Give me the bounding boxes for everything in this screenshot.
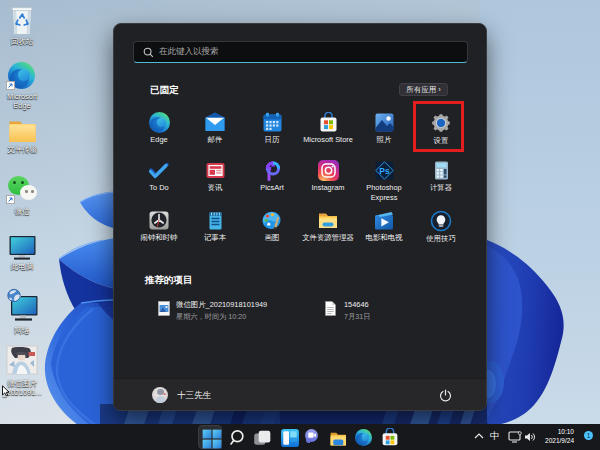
svg-text:Ps: Ps xyxy=(379,166,390,176)
